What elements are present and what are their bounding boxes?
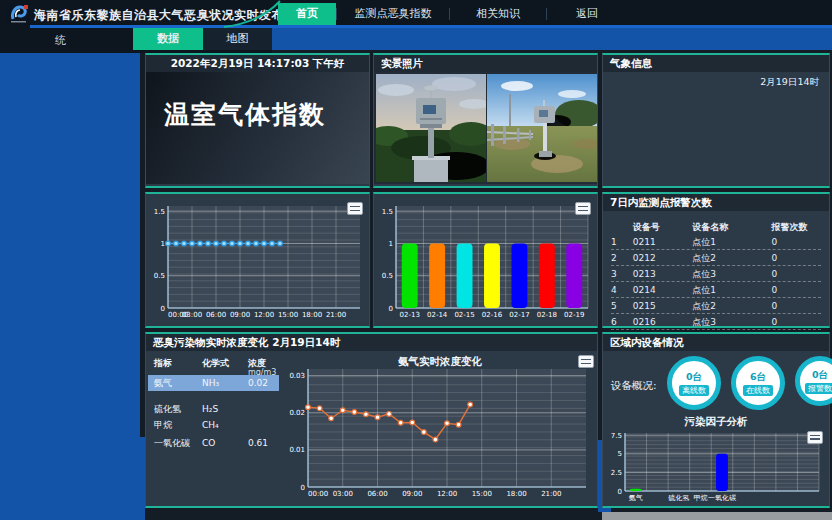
photos-panel-title: 实景照片 <box>374 55 597 72</box>
pollution-factor-bar-chart[interactable]: 02.557.5氨气硫化氢甲烷一氧化碳 <box>605 429 827 503</box>
weather-panel-title: 气象信息 <box>603 55 829 72</box>
svg-text:0.02: 0.02 <box>289 409 305 417</box>
svg-text:0: 0 <box>618 488 622 496</box>
svg-text:0.5: 0.5 <box>154 272 165 280</box>
datetime-banner: 2022年2月19日 14:17:03 下午好 <box>146 55 369 72</box>
app-window: { "colors": { "accent_green": "#0EBE8B",… <box>0 0 832 520</box>
panel-weather-info: 气象信息 2月19日14时 <box>602 53 830 188</box>
svg-text:1.5: 1.5 <box>382 208 393 216</box>
svg-text:06:00: 06:00 <box>206 311 226 319</box>
alarm-table: 设备号 设备名称 报警次数 10211点位1020212点位2030213点位3… <box>603 211 829 330</box>
panel-live-photos: 实景照片 <box>373 53 598 188</box>
svg-text:0.03: 0.03 <box>289 372 305 380</box>
svg-text:21:00: 21:00 <box>541 490 561 498</box>
devices-panel-title: 区域内设备情况 <box>603 334 829 351</box>
table-row: 50215点位20 <box>611 298 821 314</box>
main-nav-menu: 首页 监测点恶臭指数 相关知识 返回 <box>278 3 627 25</box>
svg-text:02-13: 02-13 <box>400 311 420 319</box>
svg-text:12:00: 12:00 <box>254 311 274 319</box>
svg-text:02-18: 02-18 <box>537 311 557 319</box>
table-row: 40214点位10 <box>611 282 821 298</box>
photos-body <box>374 72 597 184</box>
table-row: 30213点位30 <box>611 266 821 282</box>
nav-item-back[interactable]: 返回 <box>547 3 627 25</box>
nh3-concentration-line-chart[interactable]: 00.010.020.0300:0003:0006:0009:0012:0015… <box>282 353 596 503</box>
nav-item-odor-index[interactable]: 监测点恶臭指数 <box>337 3 449 25</box>
svg-text:0.5: 0.5 <box>382 272 393 280</box>
panel-ghg-line-chart: 00.511.500:0003:0006:0009:0012:0015:0018… <box>145 192 370 328</box>
factor-chart-title: 污染因子分析 <box>603 415 829 429</box>
ghg-panel-body: 温室气体指数 <box>146 72 369 184</box>
table-row: 60216点位30 <box>611 314 821 330</box>
monitoring-station-photo-2[interactable] <box>487 74 597 182</box>
svg-text:02-14: 02-14 <box>427 311 448 319</box>
svg-text:09:00: 09:00 <box>230 311 250 319</box>
stat-offline-count: 0台 离线数 <box>667 356 721 410</box>
odor-row[interactable]: 氨气NH₃0.02 <box>148 375 279 391</box>
odor-panel-title: 恶臭污染物实时浓度变化 2月19日14时 <box>146 334 597 351</box>
odor-row[interactable]: 甲烷CH₄ <box>148 417 279 433</box>
tab-map[interactable]: 地图 <box>203 28 272 50</box>
tab-data[interactable]: 数据 <box>133 28 203 50</box>
svg-text:甲烷: 甲烷 <box>693 494 707 502</box>
svg-text:02-15: 02-15 <box>454 311 474 319</box>
stat-online-count: 6台 在线数 <box>731 356 785 410</box>
ghg-index-title: 温室气体指数 <box>146 72 369 131</box>
monitoring-station-photo-1[interactable] <box>376 74 486 182</box>
svg-text:21:00: 21:00 <box>326 311 346 319</box>
svg-text:18:00: 18:00 <box>302 311 322 319</box>
table-row: 20212点位20 <box>611 250 821 266</box>
svg-text:18:00: 18:00 <box>506 490 526 498</box>
svg-text:1: 1 <box>389 240 393 248</box>
svg-text:1: 1 <box>161 240 165 248</box>
ghg-index-line-chart[interactable]: 00.511.500:0003:0006:0009:0012:0015:0018… <box>148 196 369 324</box>
alarm-table-header: 设备号 设备名称 报警次数 <box>611 219 821 234</box>
weather-time: 2月19日14时 <box>603 72 829 89</box>
table-row: 10211点位10 <box>611 234 821 250</box>
panel-alarm-counts: 7日内监测点报警次数 设备号 设备名称 报警次数 10211点位1020212点… <box>602 192 830 328</box>
svg-text:02-16: 02-16 <box>482 311 503 319</box>
svg-text:氨气: 氨气 <box>629 494 643 502</box>
svg-text:12:00: 12:00 <box>437 490 457 498</box>
brand-swirl-logo[interactable] <box>7 3 30 25</box>
svg-text:0: 0 <box>161 305 165 313</box>
svg-text:1.5: 1.5 <box>154 208 165 216</box>
panel-ghg-index: 2022年2月19日 14:17:03 下午好 温室气体指数 <box>145 53 370 188</box>
svg-text:03:00: 03:00 <box>333 490 353 498</box>
nav-item-home[interactable]: 首页 <box>278 3 336 25</box>
app-title-wrap: 统 <box>55 33 66 48</box>
svg-text:06:00: 06:00 <box>367 490 387 498</box>
top-navbar: 海南省乐东黎族自治县大气恶臭状况实时发布系 首页 监测点恶臭指数 相关知识 返回 <box>0 0 832 28</box>
svg-text:03:00: 03:00 <box>182 311 202 319</box>
chart-toolbox-button[interactable] <box>578 355 594 368</box>
panel-device-status: 区域内设备情况 设备概况: 0台 离线数 6台 在线数 0台 报警数 污染因子分… <box>602 332 830 508</box>
odor-table: 指标 化学式 浓度 mg/m3 氨气NH₃0.02硫化氢H₂S甲烷CH₄一氧化碳… <box>146 351 281 504</box>
chart-toolbox-button[interactable] <box>347 202 363 215</box>
nav-item-knowledge[interactable]: 相关知识 <box>450 3 546 25</box>
odor-row[interactable]: 一氧化碳CO0.61 <box>148 435 279 451</box>
daily-index-bar-chart[interactable]: 00.511.502-1302-1402-1502-1602-1702-1802… <box>376 196 597 324</box>
svg-text:5: 5 <box>618 450 622 458</box>
alarm-table-body: 10211点位1020212点位2030213点位3040214点位105021… <box>611 234 821 330</box>
window-edge-strip <box>602 512 832 520</box>
svg-text:0.01: 0.01 <box>289 446 305 454</box>
svg-text:2.5: 2.5 <box>611 469 622 477</box>
svg-text:0: 0 <box>389 305 393 313</box>
alarms-panel-title: 7日内监测点报警次数 <box>603 194 829 211</box>
panel-daily-bar-chart: 00.511.502-1302-1402-1502-1602-1702-1802… <box>373 192 598 328</box>
svg-text:15:00: 15:00 <box>472 490 492 498</box>
svg-text:一氧化碳: 一氧化碳 <box>708 494 736 502</box>
panel-odor-concentration: 恶臭污染物实时浓度变化 2月19日14时 指标 化学式 浓度 mg/m3 氨气N… <box>145 332 598 508</box>
svg-text:0: 0 <box>301 484 305 492</box>
chart-toolbox-button[interactable] <box>575 202 591 215</box>
svg-text:15:00: 15:00 <box>278 311 298 319</box>
device-overview-label: 设备概况: <box>611 379 657 393</box>
svg-text:7.5: 7.5 <box>611 432 622 440</box>
nh3-chart-area: 氨气实时浓度变化 00.010.020.0300:0003:0006:0009:… <box>282 351 598 504</box>
svg-text:02-19: 02-19 <box>564 311 584 319</box>
nav-underline <box>30 25 832 28</box>
svg-text:02-17: 02-17 <box>509 311 529 319</box>
svg-text:09:00: 09:00 <box>402 490 422 498</box>
chart-toolbox-button[interactable] <box>807 431 823 444</box>
odor-row[interactable]: 硫化氢H₂S <box>148 401 279 417</box>
